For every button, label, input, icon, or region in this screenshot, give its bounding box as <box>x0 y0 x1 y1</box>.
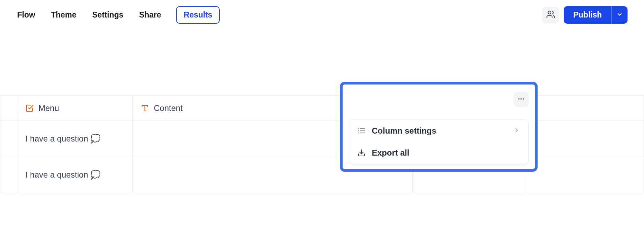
more-options-dropdown: Column settings Export all <box>349 120 529 164</box>
cell-text: I have a question 💭 <box>25 134 101 143</box>
table-gutter-header <box>0 96 17 121</box>
dropdown-item-export-all[interactable]: Export all <box>349 142 528 164</box>
top-nav-bar: Flow Theme Settings Share Results Publis… <box>0 0 644 30</box>
publish-dropdown-button[interactable] <box>611 6 628 24</box>
highlight-callout: Column settings Export all <box>340 82 538 172</box>
table-row[interactable]: I have a question 💭 <box>0 121 644 157</box>
table-row[interactable]: I have a question 💭 <box>0 157 644 193</box>
nav-tab-settings[interactable]: Settings <box>92 9 124 21</box>
column-header-empty-2[interactable] <box>527 96 644 121</box>
nav-tab-results[interactable]: Results <box>176 6 220 24</box>
top-actions: Publish <box>542 6 628 24</box>
svg-point-0 <box>548 11 551 14</box>
column-header-label: Menu <box>38 103 59 113</box>
text-icon <box>141 104 149 112</box>
cell-text: I have a question 💭 <box>25 170 101 179</box>
list-icon <box>357 127 366 135</box>
publish-button[interactable]: Publish <box>564 6 611 24</box>
collaborators-button[interactable] <box>542 7 559 23</box>
svg-point-5 <box>523 98 524 100</box>
more-horizontal-icon <box>517 95 525 104</box>
column-header-label: Content <box>154 103 183 113</box>
cell-empty[interactable] <box>527 157 644 193</box>
svg-point-3 <box>518 98 520 100</box>
nav-tab-flow[interactable]: Flow <box>16 9 36 21</box>
nav-tabs: Flow Theme Settings Share Results <box>16 6 220 24</box>
svg-point-4 <box>520 98 522 100</box>
publish-button-group: Publish <box>564 6 628 24</box>
users-icon <box>546 10 555 20</box>
download-icon <box>357 149 366 157</box>
results-table: Menu Content <box>0 95 644 193</box>
results-content: Menu Content <box>0 30 644 193</box>
column-header-menu[interactable]: Menu <box>17 96 133 121</box>
cell-empty[interactable] <box>527 121 644 157</box>
dropdown-item-label: Column settings <box>372 126 436 136</box>
dropdown-item-column-settings[interactable]: Column settings <box>349 120 528 142</box>
cell-menu[interactable]: I have a question 💭 <box>17 121 133 157</box>
nav-tab-share[interactable]: Share <box>138 9 162 21</box>
chevron-down-icon <box>617 11 623 19</box>
check-square-icon <box>25 104 34 112</box>
dropdown-item-label: Export all <box>372 148 409 158</box>
row-gutter <box>0 157 17 193</box>
more-options-button[interactable] <box>514 92 529 107</box>
nav-tab-theme[interactable]: Theme <box>50 9 77 21</box>
cell-menu[interactable]: I have a question 💭 <box>17 157 133 193</box>
row-gutter <box>0 121 17 157</box>
chevron-right-icon <box>513 126 520 136</box>
